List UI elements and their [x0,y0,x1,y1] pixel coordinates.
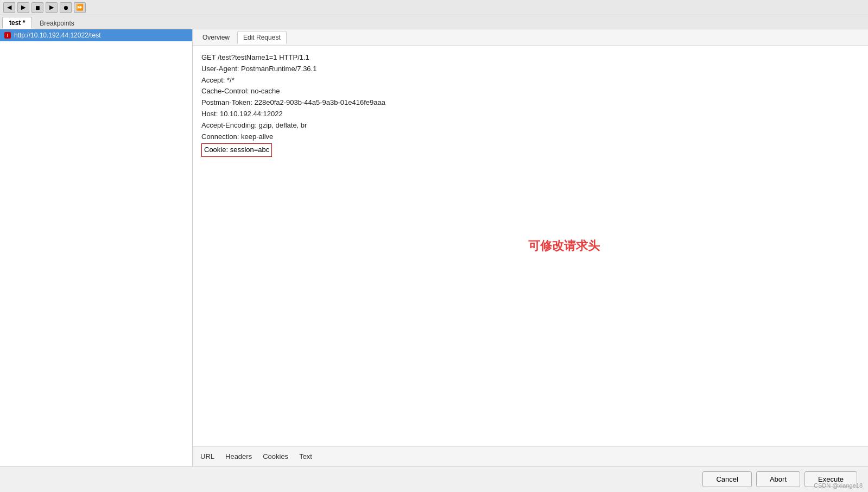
main-content: http://10.10.192.44:12022/test Overview … [0,29,868,466]
bottom-tabs: URL Headers Cookies Text [193,446,868,466]
url-list-item[interactable]: http://10.10.192.44:12022/test [0,29,192,41]
toolbar: ◀ ▶ ⏹ ▶ ⏺ ⏩ [0,0,868,15]
abort-button[interactable]: Abort [756,471,800,487]
toolbar-btn-back[interactable]: ◀ [3,2,15,13]
toolbar-btn-stop[interactable]: ⏹ [31,2,43,13]
tab-breakpoints[interactable]: Breakpoints [33,18,80,29]
sub-tab-overview[interactable]: Overview [197,31,235,43]
sub-tabbar: Overview Edit Request [193,29,868,46]
toolbar-btn-forward[interactable]: ▶ [17,2,29,13]
toolbar-btn-play[interactable]: ▶ [46,2,58,13]
bottom-tab-url[interactable]: URL [199,450,216,463]
header-line-4: Cache-Control: no-cache [201,86,859,97]
header-line-6: Host: 10.10.192.44:12022 [201,109,859,120]
header-line-2: User-Agent: PostmanRuntime/7.36.1 [201,64,859,75]
request-area: GET /test?testName1=1 HTTP/1.1 User-Agen… [193,46,868,446]
header-line-5: Postman-Token: 228e0fa2-903b-44a5-9a3b-0… [201,97,859,109]
bottom-tab-headers[interactable]: Headers [224,450,253,463]
bottom-tab-cookies[interactable]: Cookies [262,450,289,463]
watermark-text: 可修改请求头 [528,238,600,254]
request-headers: GET /test?testName1=1 HTTP/1.1 User-Agen… [201,52,859,157]
url-item-label: http://10.10.192.44:12022/test [14,31,100,39]
header-line-3: Accept: */* [201,75,859,86]
left-panel: http://10.10.192.44:12022/test [0,29,193,466]
bottom-tab-text[interactable]: Text [298,450,313,463]
tab-test[interactable]: test * [2,17,32,29]
csdn-watermark: CSDN @xiange18 [814,482,863,489]
header-line-7: Accept-Encoding: gzip, deflate, br [201,120,859,131]
breakpoint-icon [4,32,11,39]
footer: Cancel Abort Execute [0,466,868,492]
sub-tab-edit-request[interactable]: Edit Request [237,31,287,44]
right-panel: Overview Edit Request GET /test?testName… [193,29,868,466]
toolbar-btn-step[interactable]: ⏩ [74,2,86,13]
main-tabbar: test * Breakpoints [0,15,868,29]
toolbar-btn-record[interactable]: ⏺ [60,2,72,13]
header-line-1: GET /test?testName1=1 HTTP/1.1 [201,52,859,64]
header-line-8: Connection: keep-alive [201,131,859,143]
cookie-editable-line[interactable]: Cookie: session=abc [201,143,272,157]
cancel-button[interactable]: Cancel [702,471,751,487]
